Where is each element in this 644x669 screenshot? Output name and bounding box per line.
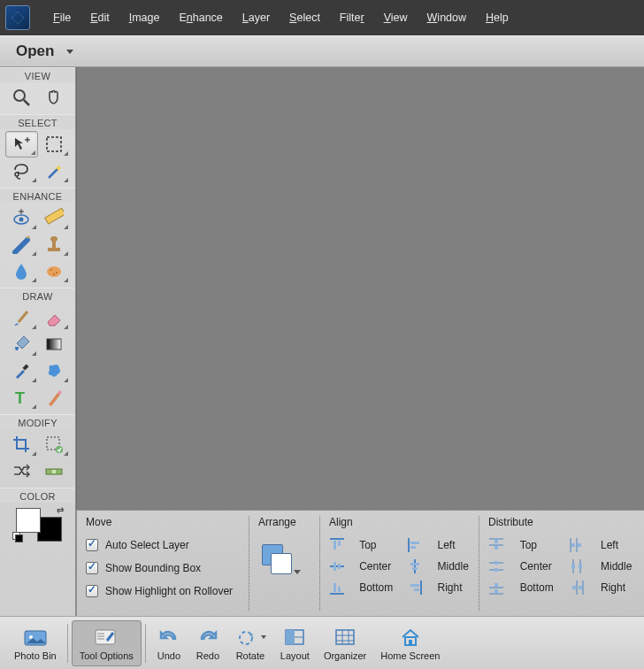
rotate-label: Rotate: [236, 650, 264, 661]
hand-icon: [44, 88, 64, 107]
menu-help[interactable]: Help: [477, 8, 518, 27]
svg-line-1: [24, 100, 29, 105]
checkbox-highlight[interactable]: [86, 585, 98, 597]
tool-straighten[interactable]: [38, 204, 71, 231]
bucket-icon: [12, 334, 31, 354]
dist-center-button[interactable]: [488, 558, 504, 574]
label-bounding-box: Show Bounding Box: [105, 562, 201, 574]
fly-out-icon: [32, 404, 36, 409]
default-colors-icon[interactable]: [12, 532, 23, 542]
tool-redeye[interactable]: [5, 204, 38, 231]
canvas-area[interactable]: [76, 67, 644, 510]
tool-quick-selection[interactable]: [38, 158, 71, 184]
tool-eyedropper[interactable]: [5, 358, 38, 384]
drop-icon: [12, 261, 31, 281]
tool-hand[interactable]: [38, 84, 71, 111]
svg-line-6: [49, 169, 58, 178]
svg-rect-47: [494, 546, 498, 550]
align-bottom-button[interactable]: [329, 580, 345, 596]
align-center-button[interactable]: [329, 558, 345, 574]
redo-label: Redo: [196, 650, 219, 661]
tool-brush[interactable]: [5, 304, 38, 331]
tool-content-aware-move[interactable]: [5, 458, 38, 484]
app-logo-icon: [5, 5, 30, 30]
menu-layer[interactable]: Layer: [234, 8, 279, 27]
fly-out-icon: [32, 178, 36, 182]
fly-out-icon: [64, 151, 68, 156]
fly-out-icon: [31, 150, 35, 155]
undo-button[interactable]: Undo: [150, 620, 188, 666]
svg-rect-76: [286, 630, 295, 644]
menu-image[interactable]: Image: [120, 8, 169, 27]
svg-point-18: [53, 273, 55, 275]
open-dropdown-icon[interactable]: [66, 50, 73, 54]
tool-pencil[interactable]: [38, 384, 71, 411]
home-screen-button[interactable]: Home Screen: [373, 620, 447, 666]
tool-gradient[interactable]: [38, 331, 71, 358]
tool-healing[interactable]: [5, 231, 38, 258]
tool-blur[interactable]: [5, 258, 38, 284]
menu-bar: File Edit Image Enhance Layer Select Fil…: [0, 0, 644, 35]
dist-left-button[interactable]: [569, 537, 585, 553]
svg-point-5: [15, 173, 19, 176]
tool-crop[interactable]: [5, 431, 38, 458]
foreground-swatch[interactable]: [16, 508, 41, 533]
tool-type[interactable]: T: [5, 384, 38, 411]
menu-filter[interactable]: Filter: [331, 8, 373, 27]
tool-zoom[interactable]: [5, 84, 38, 111]
layout-button[interactable]: Layout: [273, 620, 317, 666]
align-left-button[interactable]: [407, 537, 423, 553]
svg-point-17: [56, 272, 58, 273]
tool-marquee[interactable]: [38, 131, 71, 158]
align-right-button[interactable]: [407, 580, 423, 596]
fly-out-icon: [32, 451, 36, 456]
options-arrange-title: Arrange: [258, 516, 311, 528]
background-swatch[interactable]: [37, 517, 62, 542]
menu-view[interactable]: View: [375, 8, 417, 27]
checkbox-auto-select[interactable]: [86, 539, 98, 551]
color-swatches[interactable]: ⇄: [14, 506, 62, 542]
tool-move[interactable]: [5, 131, 38, 158]
open-button[interactable]: Open: [16, 42, 54, 60]
svg-rect-19: [47, 339, 61, 350]
tool-options-icon: [94, 627, 119, 648]
dist-bottom-button[interactable]: [488, 580, 504, 596]
fly-out-icon: [32, 325, 36, 329]
svg-rect-4: [47, 137, 61, 151]
marquee-icon: [44, 135, 64, 154]
rotate-button[interactable]: Rotate: [227, 620, 273, 666]
svg-rect-43: [414, 588, 419, 591]
arrange-button[interactable]: [258, 541, 297, 580]
photo-bin-button[interactable]: Photo Bin: [7, 620, 64, 666]
menu-select[interactable]: Select: [280, 8, 329, 27]
dist-top-button[interactable]: [488, 537, 504, 553]
menu-edit[interactable]: Edit: [81, 8, 119, 27]
tool-lasso[interactable]: [5, 158, 38, 184]
svg-rect-78: [336, 630, 354, 644]
menu-enhance[interactable]: Enhance: [170, 8, 231, 27]
dist-right-button[interactable]: [569, 580, 585, 596]
checkbox-bounding-box[interactable]: [86, 562, 98, 574]
tool-paint-bucket[interactable]: [5, 331, 38, 358]
tool-clone-stamp[interactable]: [38, 231, 71, 258]
tool-options-button[interactable]: Tool Options: [72, 620, 142, 666]
tool-shape[interactable]: [38, 358, 71, 384]
align-middle-button[interactable]: [407, 558, 423, 574]
pencil-icon: [44, 388, 64, 407]
tool-sponge[interactable]: [38, 258, 71, 284]
menu-window[interactable]: Window: [418, 8, 475, 27]
photo-bin-icon: [23, 627, 48, 648]
type-icon: T: [12, 388, 31, 407]
organizer-button[interactable]: Organizer: [317, 620, 373, 666]
redo-button[interactable]: Redo: [188, 620, 227, 666]
tool-eraser[interactable]: [38, 304, 71, 331]
menu-file[interactable]: File: [44, 8, 80, 27]
ruler-icon: [44, 208, 64, 227]
svg-rect-33: [334, 562, 336, 571]
dist-middle-button[interactable]: [569, 558, 585, 574]
tool-straighten2[interactable]: [38, 458, 71, 484]
swap-colors-icon[interactable]: ⇄: [57, 505, 64, 515]
tool-recompose[interactable]: [38, 431, 71, 458]
svg-rect-42: [410, 584, 419, 587]
align-top-button[interactable]: [329, 537, 345, 553]
